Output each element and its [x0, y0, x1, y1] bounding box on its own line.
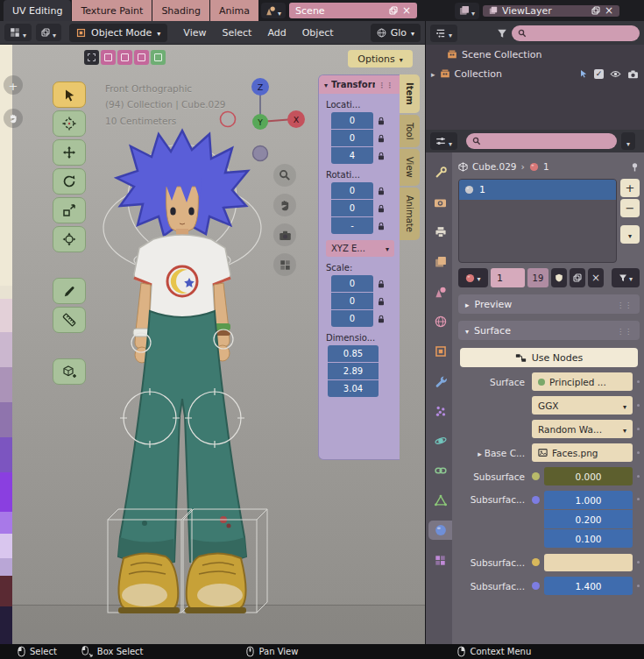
radius-g-field[interactable]: 0.200: [544, 510, 633, 528]
tab-particle-properties[interactable]: [428, 401, 452, 421]
workspace-tab-shading[interactable]: Shading: [152, 0, 210, 21]
editor-submode-button[interactable]: [36, 24, 61, 41]
subsurface-ior-field[interactable]: 1.400: [544, 577, 633, 595]
close-icon[interactable]: [402, 5, 411, 17]
eye-icon[interactable]: [610, 70, 621, 78]
preview-panel-header[interactable]: Preview: [458, 294, 640, 314]
object-mode-dropdown[interactable]: Object Mode: [69, 24, 167, 42]
pin-icon[interactable]: [630, 162, 640, 172]
new-viewlayer-copy-icon[interactable]: [591, 6, 600, 15]
use-nodes-button[interactable]: Use Nodes: [460, 348, 638, 367]
tab-tool-properties[interactable]: [428, 163, 452, 182]
transform-orientation-dropdown[interactable]: Glo: [371, 24, 421, 42]
location-z-field[interactable]: 4: [331, 147, 373, 164]
rotation-x-field[interactable]: 0: [331, 182, 373, 199]
select-mode-subtract-button[interactable]: [117, 50, 132, 65]
material-users-button[interactable]: 19: [527, 268, 548, 287]
viewlayer-browse-button[interactable]: [455, 3, 479, 19]
tab-physics-properties[interactable]: [428, 431, 452, 450]
dimensions-y-field[interactable]: 2.89: [328, 363, 379, 379]
browse-material-button[interactable]: [458, 268, 488, 287]
tab-scene-properties[interactable]: [428, 282, 452, 301]
tool-move[interactable]: [53, 139, 86, 166]
tool-transform[interactable]: [53, 226, 86, 252]
tab-output-properties[interactable]: [428, 223, 452, 242]
material-name-field[interactable]: 1: [491, 268, 525, 287]
options-button[interactable]: Options: [348, 50, 413, 67]
lock-icon[interactable]: [377, 152, 386, 160]
camera-view-button[interactable]: [273, 223, 296, 246]
gizmo-x-neg-axis[interactable]: [221, 112, 236, 127]
editor-type-button[interactable]: [4, 24, 32, 41]
add-slot-button[interactable]: [620, 179, 640, 197]
material-specials-dropdown[interactable]: [612, 268, 640, 287]
tool-annotate[interactable]: [53, 278, 86, 304]
pan-control-button[interactable]: [273, 194, 296, 216]
expand-icon[interactable]: [431, 68, 435, 80]
slot-specials-button[interactable]: [620, 225, 640, 244]
tool-select-box[interactable]: [53, 81, 86, 108]
rotation-z-field[interactable]: -: [331, 217, 373, 234]
zoom-control-button[interactable]: [273, 164, 296, 187]
select-mode-intersect-button[interactable]: [151, 50, 166, 65]
sidebar-tab-animate[interactable]: Animate: [400, 188, 420, 240]
scene-browse-button[interactable]: [261, 3, 286, 18]
tab-constraint-properties[interactable]: [428, 461, 452, 480]
outliner-row-collection[interactable]: Collection: [426, 64, 644, 83]
workspace-tab-texture-paint[interactable]: Texture Paint: [72, 0, 152, 21]
menu-view[interactable]: View: [175, 27, 214, 39]
menu-select[interactable]: Select: [214, 27, 259, 39]
outliner-row-scene-collection[interactable]: Scene Collection: [426, 45, 644, 64]
selectable-cursor-icon[interactable]: [579, 69, 588, 78]
close-icon[interactable]: [605, 5, 613, 17]
tool-rotate[interactable]: [53, 168, 86, 195]
properties-search-input[interactable]: [466, 133, 617, 149]
sidebar-tab-item[interactable]: Item: [400, 74, 420, 113]
filter-funnel-icon[interactable]: [497, 28, 507, 39]
image-pan-button[interactable]: [4, 109, 23, 128]
scale-x-field[interactable]: 0: [331, 275, 373, 292]
tab-render-properties[interactable]: [428, 193, 452, 212]
drag-grip-icon[interactable]: [617, 299, 633, 310]
outliner-search-input[interactable]: [512, 25, 640, 41]
sidebar-tab-tool[interactable]: Tool: [400, 115, 420, 147]
subsurface-color-swatch[interactable]: [544, 554, 633, 571]
tool-3d-cursor[interactable]: [53, 110, 86, 137]
tab-modifier-properties[interactable]: [428, 372, 452, 391]
lock-icon[interactable]: [377, 204, 386, 213]
tool-scale[interactable]: [53, 197, 86, 223]
workspace-tab-uv-editing[interactable]: UV Editing: [4, 0, 72, 21]
distribution-dropdown[interactable]: GGX: [532, 396, 633, 415]
outliner-editor-type-button[interactable]: [430, 25, 457, 42]
tool-add-cube[interactable]: [53, 358, 86, 385]
lock-icon[interactable]: [377, 280, 386, 288]
expand-icon[interactable]: [478, 448, 482, 458]
dimensions-x-field[interactable]: 0.85: [328, 345, 379, 362]
radius-r-field[interactable]: 1.000: [544, 491, 633, 509]
image-zoom-button[interactable]: [4, 75, 23, 95]
navigation-gizmo[interactable]: Z X Y: [219, 71, 307, 169]
select-mode-invert-button[interactable]: [134, 50, 149, 65]
remove-slot-button[interactable]: [620, 199, 640, 217]
subsurface-slider[interactable]: 0.000: [544, 467, 633, 485]
scale-y-field[interactable]: 0: [331, 293, 373, 309]
location-y-field[interactable]: 0: [331, 130, 373, 146]
unlink-material-button[interactable]: [588, 268, 604, 287]
location-x-field[interactable]: 0: [331, 112, 373, 129]
material-slot-list[interactable]: 1: [458, 179, 617, 263]
breadcrumb-object-name[interactable]: Cube.029: [472, 161, 517, 172]
lock-icon[interactable]: [377, 117, 386, 125]
viewport-3d[interactable]: Front Orthographic (94) Collection | Cub…: [12, 45, 425, 644]
surface-shader-button[interactable]: Principled ...: [532, 372, 633, 391]
viewlayer-selector[interactable]: ViewLayer: [483, 5, 619, 17]
new-material-button[interactable]: [570, 268, 585, 287]
breadcrumb-material-name[interactable]: 1: [543, 161, 549, 172]
tab-world-properties[interactable]: [428, 312, 452, 331]
properties-options-button[interactable]: [621, 132, 635, 150]
lock-icon[interactable]: [377, 187, 386, 195]
transform-panel-header[interactable]: Transform: [319, 75, 400, 94]
tool-measure[interactable]: [53, 307, 86, 333]
menu-add[interactable]: Add: [259, 27, 294, 39]
scene-selector[interactable]: Scene: [289, 3, 417, 18]
select-mode-new-button[interactable]: [84, 50, 99, 65]
